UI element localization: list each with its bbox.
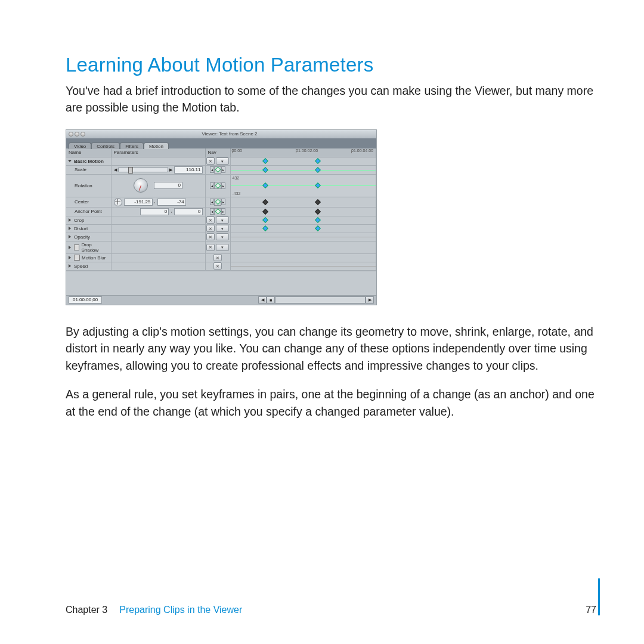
ruler-tick: 01:00:04:00	[351, 148, 373, 153]
viewer-tabs: Video Controls Filters Motion	[66, 138, 376, 148]
paragraph-2: By adjusting a clip's motion settings, y…	[66, 323, 596, 374]
crosshair-icon[interactable]	[114, 198, 122, 206]
keyframe-nav[interactable]: ◂▸	[210, 199, 225, 206]
row-motion-blur: Motion Blur	[82, 255, 106, 261]
row-basic-motion: Basic Motion	[74, 159, 104, 164]
disclosure-triangle-icon[interactable]	[69, 218, 71, 222]
ruler-tick: 00:00	[232, 148, 243, 153]
keyframe-nav[interactable]: ◂▸	[210, 182, 225, 189]
rotation-axis-min: -432	[233, 191, 241, 196]
center-x[interactable]: -191.25	[124, 199, 153, 206]
footer-chapter: Chapter 3	[66, 605, 107, 615]
reset-button[interactable]: ✕	[206, 225, 215, 232]
window-title: Viewer: Text from Scene 2	[85, 131, 374, 137]
motion-blur-checkbox[interactable]	[74, 255, 80, 261]
reset-button[interactable]: ✕	[206, 157, 215, 165]
keyframe-menu-button[interactable]: ▾	[216, 233, 229, 240]
row-drop-shadow: Drop Shadow	[81, 242, 108, 253]
reset-button[interactable]: ✕	[206, 244, 215, 251]
row-speed: Speed	[74, 264, 88, 269]
keyframe-nav[interactable]: ◂▸	[210, 166, 225, 174]
zoom-icon[interactable]	[80, 132, 85, 137]
rotation-axis-max: 432	[233, 176, 240, 180]
disclosure-triangle-icon[interactable]	[69, 246, 71, 249]
paragraph-3: As a general rule, you set keyframes in …	[66, 386, 596, 420]
anchor-x[interactable]: 0	[140, 208, 169, 215]
minimize-icon[interactable]	[75, 132, 79, 137]
drop-shadow-checkbox[interactable]	[74, 244, 79, 250]
scale-slider[interactable]: ◀▶	[114, 167, 172, 172]
tab-controls[interactable]: Controls	[91, 143, 120, 149]
rotation-value[interactable]: 0	[154, 182, 182, 189]
reset-button[interactable]: ✕	[206, 216, 215, 224]
col-parameters: Parameters	[111, 148, 205, 157]
timeline-scrollbar[interactable]: ◀■▶	[258, 296, 374, 304]
disclosure-triangle-icon[interactable]	[69, 256, 71, 259]
disclosure-triangle-icon[interactable]	[69, 227, 71, 230]
tab-filters[interactable]: Filters	[120, 143, 144, 149]
rotation-dial[interactable]	[134, 178, 148, 193]
disclosure-triangle-icon[interactable]	[69, 235, 71, 239]
page-edge-tab	[598, 578, 600, 615]
ruler-tick: 01:00:02:00	[296, 148, 318, 153]
keyframe-menu-button[interactable]: ▾	[216, 216, 229, 224]
keyframe-menu-button[interactable]: ▾	[216, 157, 229, 165]
center-y[interactable]: -74	[157, 199, 186, 206]
col-name: Name	[66, 148, 111, 157]
row-rotation: Rotation	[66, 175, 111, 197]
scale-value[interactable]: 110.11	[174, 166, 203, 174]
footer-page-number: 77	[586, 605, 596, 615]
section-heading: Learning About Motion Parameters	[66, 54, 596, 76]
row-anchor-point: Anchor Point	[66, 208, 111, 215]
reset-button[interactable]: ✕	[213, 254, 222, 261]
intro-paragraph: You've had a brief introduction to some …	[66, 82, 596, 116]
row-scale: Scale	[66, 166, 111, 173]
current-timecode[interactable]: 01:00:00;00	[69, 296, 102, 304]
row-center: Center	[66, 199, 111, 205]
anchor-y[interactable]: 0	[174, 208, 203, 215]
col-nav: Nav	[205, 148, 230, 157]
close-icon[interactable]	[69, 132, 73, 137]
timeline-ruler[interactable]: 00:00 01:00:02:00 01:00:04:00	[231, 148, 376, 157]
tab-video[interactable]: Video	[69, 143, 91, 149]
tab-motion[interactable]: Motion	[144, 143, 169, 149]
keyframe-nav[interactable]: ◂▸	[210, 208, 225, 215]
row-opacity: Opacity	[74, 234, 90, 240]
motion-parameters-table: Name Parameters Nav 00:00 01:00:02:00 01…	[66, 148, 376, 271]
keyframe-menu-button[interactable]: ▾	[216, 244, 229, 251]
row-crop: Crop	[74, 218, 84, 223]
motion-tab-screenshot: Viewer: Text from Scene 2 Video Controls…	[66, 129, 377, 305]
row-distort: Distort	[74, 226, 88, 231]
window-titlebar: Viewer: Text from Scene 2	[66, 130, 376, 138]
reset-button[interactable]: ✕	[206, 233, 215, 240]
footer-chapter-title: Preparing Clips in the Viewer	[119, 605, 242, 615]
disclosure-triangle-icon[interactable]	[68, 160, 72, 162]
keyframe-menu-button[interactable]: ▾	[216, 225, 229, 232]
disclosure-triangle-icon[interactable]	[69, 264, 71, 268]
reset-button[interactable]: ✕	[213, 262, 222, 270]
